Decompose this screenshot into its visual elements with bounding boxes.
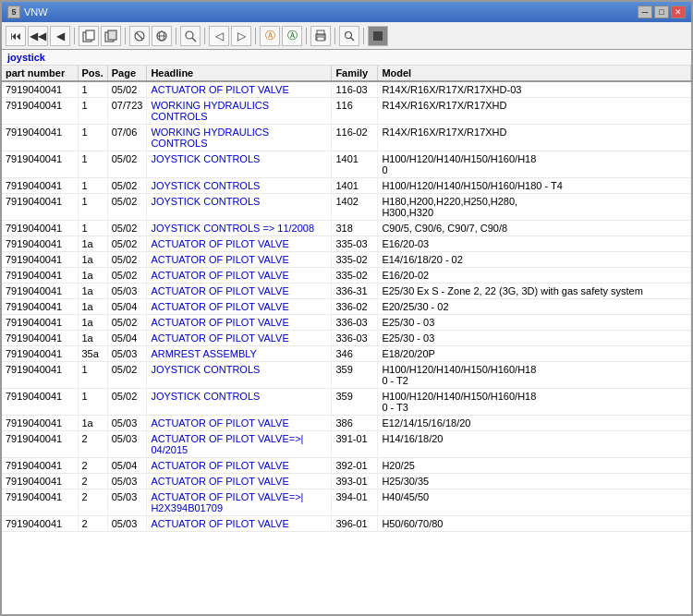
minimize-button[interactable]: ─	[638, 6, 652, 18]
cell-pos: 1	[78, 362, 107, 389]
first-button[interactable]: ⏮	[6, 26, 26, 46]
copy2-button[interactable]	[101, 26, 121, 46]
cell-headline[interactable]: ACTUATOR OF PILOT VALVE	[147, 516, 332, 532]
separator-2	[125, 28, 126, 44]
table-row[interactable]: 7919040041 2 05/03 ACTUATOR OF PILOT VAL…	[2, 474, 691, 489]
cell-pos: 1a	[78, 331, 107, 346]
svg-rect-13	[317, 37, 324, 41]
maximize-button[interactable]: □	[654, 6, 669, 18]
cell-headline[interactable]: WORKING HYDRAULICS CONTROLS	[147, 98, 332, 125]
cell-page: 05/03	[107, 489, 147, 516]
table-row[interactable]: 7919040041 1a 05/04 ACTUATOR OF PILOT VA…	[2, 299, 691, 315]
cell-family: 335-03	[332, 236, 378, 252]
cell-model: H50/60/70/80	[378, 516, 691, 532]
cell-headline[interactable]: ACTUATOR OF PILOT VALVE=>|04/2015	[147, 431, 332, 458]
nav-left-button[interactable]: ◁	[209, 26, 229, 46]
cell-page: 07/723	[107, 98, 147, 125]
cell-family: 386	[332, 416, 378, 431]
cell-headline[interactable]: ACTUATOR OF PILOT VALVE	[147, 458, 332, 474]
cell-model: H100/H120/H140/H150/H160/H180 - T3	[378, 389, 691, 416]
table-row[interactable]: 7919040041 1 07/723 WORKING HYDRAULICS C…	[2, 98, 691, 125]
cell-headline[interactable]: ACTUATOR OF PILOT VALVE	[147, 299, 332, 315]
cell-family: 391-01	[332, 431, 378, 458]
cell-pos: 1	[78, 178, 107, 194]
table-row[interactable]: 7919040041 1a 05/04 ACTUATOR OF PILOT VA…	[2, 331, 691, 346]
cell-family: 336-03	[332, 331, 378, 346]
zoom-button[interactable]	[180, 26, 201, 46]
cell-headline[interactable]: ACTUATOR OF PILOT VALVE	[147, 474, 332, 489]
cell-headline[interactable]: ACTUATOR OF PILOT VALVE	[147, 81, 332, 98]
block-button[interactable]	[129, 26, 150, 46]
cell-headline[interactable]: JOYSTICK CONTROLS	[147, 194, 332, 221]
table-row[interactable]: 7919040041 1 05/02 JOYSTICK CONTROLS 140…	[2, 194, 691, 221]
cell-part: 7919040041	[2, 362, 78, 389]
cell-family: 336-03	[332, 315, 378, 331]
cell-model: H100/H120/H140/H150/H160/H180 - T4	[378, 178, 691, 194]
cell-headline[interactable]: WORKING HYDRAULICS CONTROLS	[147, 125, 332, 151]
at1-button[interactable]: Ⓐ	[260, 26, 280, 46]
cell-family: 394-01	[332, 489, 378, 516]
cell-part: 7919040041	[2, 299, 78, 315]
cell-pos: 1	[78, 98, 107, 125]
copy1-button[interactable]	[79, 26, 99, 46]
table-row[interactable]: 7919040041 1a 05/02 ACTUATOR OF PILOT VA…	[2, 252, 691, 268]
cell-headline[interactable]: ACTUATOR OF PILOT VALVE	[147, 252, 332, 268]
svg-point-9	[186, 31, 193, 39]
cell-headline[interactable]: JOYSTICK CONTROLS	[147, 389, 332, 416]
cell-model: C90/5, C90/6, C90/7, C90/8	[378, 221, 691, 236]
svg-point-14	[346, 31, 352, 38]
table-row[interactable]: 7919040041 1 05/02 JOYSTICK CONTROLS 140…	[2, 178, 691, 194]
cell-headline[interactable]: ACTUATOR OF PILOT VALVE	[147, 331, 332, 346]
table-row[interactable]: 7919040041 2 05/03 ACTUATOR OF PILOT VAL…	[2, 431, 691, 458]
table-row[interactable]: 7919040041 1 05/02 JOYSTICK CONTROLS 140…	[2, 151, 691, 178]
cell-headline[interactable]: JOYSTICK CONTROLS	[147, 178, 332, 194]
cell-headline[interactable]: JOYSTICK CONTROLS	[147, 362, 332, 389]
cell-page: 05/03	[107, 516, 147, 532]
results-table-container[interactable]: part number Pos. Page Headline Family Mo…	[2, 66, 691, 614]
table-row[interactable]: 7919040041 2 05/04 ACTUATOR OF PILOT VAL…	[2, 458, 691, 474]
cell-headline[interactable]: ACTUATOR OF PILOT VALVE	[147, 236, 332, 252]
table-row[interactable]: 7919040041 1 05/02 JOYSTICK CONTROLS 359…	[2, 389, 691, 416]
cell-headline[interactable]: JOYSTICK CONTROLS	[147, 151, 332, 178]
close-button[interactable]: ✕	[671, 6, 686, 18]
cell-headline[interactable]: ACTUATOR OF PILOT VALVE=>|H2X394B01709	[147, 489, 332, 516]
cell-headline[interactable]: ACTUATOR OF PILOT VALVE	[147, 315, 332, 331]
cell-headline[interactable]: ARMREST ASSEMBLY	[147, 346, 332, 362]
table-row[interactable]: 7919040041 35a 05/03 ARMREST ASSEMBLY 34…	[2, 346, 691, 362]
table-row[interactable]: 7919040041 1 05/02 JOYSTICK CONTROLS 359…	[2, 362, 691, 389]
search-button[interactable]	[339, 26, 359, 46]
cell-model: E18/20/20P	[378, 346, 691, 362]
title-bar: 5 VNW ─ □ ✕	[2, 2, 691, 22]
table-row[interactable]: 7919040041 2 05/03 ACTUATOR OF PILOT VAL…	[2, 489, 691, 516]
cell-part: 7919040041	[2, 331, 78, 346]
table-row[interactable]: 7919040041 1 05/02 ACTUATOR OF PILOT VAL…	[2, 81, 691, 98]
table-row[interactable]: 7919040041 1a 05/02 ACTUATOR OF PILOT VA…	[2, 236, 691, 252]
stop-button[interactable]	[368, 26, 388, 46]
cell-page: 05/02	[107, 252, 147, 268]
table-row[interactable]: 7919040041 2 05/03 ACTUATOR OF PILOT VAL…	[2, 516, 691, 532]
cell-headline[interactable]: JOYSTICK CONTROLS => 11/2008	[147, 221, 332, 236]
cell-headline[interactable]: ACTUATOR OF PILOT VALVE	[147, 284, 332, 299]
globe-button[interactable]	[152, 26, 172, 46]
table-row[interactable]: 7919040041 1a 05/03 ACTUATOR OF PILOT VA…	[2, 284, 691, 299]
at2-button[interactable]: Ⓐ	[282, 26, 302, 46]
cell-page: 05/03	[107, 431, 147, 458]
separator-3	[176, 28, 176, 44]
nav-right-button[interactable]: ▷	[231, 26, 251, 46]
cell-part: 7919040041	[2, 268, 78, 284]
cell-headline[interactable]: ACTUATOR OF PILOT VALVE	[147, 416, 332, 431]
cell-part: 7919040041	[2, 194, 78, 221]
cell-headline[interactable]: ACTUATOR OF PILOT VALVE	[147, 268, 332, 284]
prev-button[interactable]: ◀	[50, 26, 70, 46]
table-row[interactable]: 7919040041 1 05/02 JOYSTICK CONTROLS => …	[2, 221, 691, 236]
table-row[interactable]: 7919040041 1a 05/02 ACTUATOR OF PILOT VA…	[2, 268, 691, 284]
search-term: joystick	[7, 52, 45, 63]
table-row[interactable]: 7919040041 1 07/06 WORKING HYDRAULICS CO…	[2, 125, 691, 151]
cell-model: H14/16/18/20	[378, 431, 691, 458]
print-button[interactable]	[310, 26, 331, 46]
cell-model: R14X/R16X/R17X/R17XHD	[378, 98, 691, 125]
prev-prev-button[interactable]: ◀◀	[28, 26, 48, 46]
cell-page: 05/02	[107, 81, 147, 98]
table-row[interactable]: 7919040041 1a 05/02 ACTUATOR OF PILOT VA…	[2, 315, 691, 331]
table-row[interactable]: 7919040041 1a 05/03 ACTUATOR OF PILOT VA…	[2, 416, 691, 431]
